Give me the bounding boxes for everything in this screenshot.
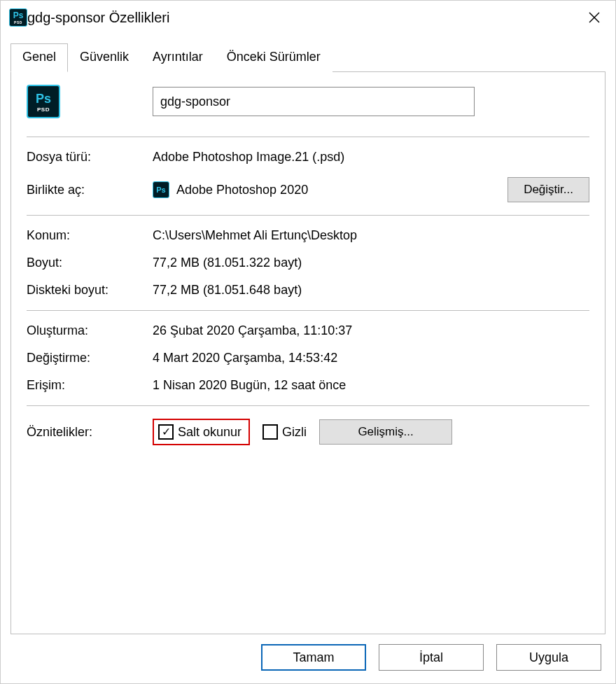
filename-row: PsPSD — [27, 85, 589, 118]
accessed-value: 1 Nisan 2020 Bugün, 12 saat önce — [153, 378, 589, 393]
tab-general[interactable]: Genel — [10, 43, 68, 72]
close-button[interactable] — [580, 4, 608, 32]
properties-dialog: PsPSD gdg-sponsor Özellikleri Genel Güve… — [0, 0, 616, 684]
readonly-checkbox[interactable]: ✓ — [158, 424, 174, 440]
created-label: Oluşturma: — [27, 323, 153, 338]
file-type-label: Dosya türü: — [27, 150, 153, 165]
window-title: gdg-sponsor Özellikleri — [27, 10, 580, 26]
readonly-checkbox-wrap[interactable]: ✓ Salt okunur — [153, 419, 250, 445]
hidden-label: Gizli — [282, 425, 307, 440]
size-label: Boyut: — [27, 256, 153, 270]
dialog-footer: Tamam İptal Uygula — [1, 634, 615, 683]
filename-input[interactable] — [153, 87, 475, 116]
opens-with-label: Birlikte aç: — [27, 183, 153, 197]
created-row: Oluşturma: 26 Şubat 2020 Çarşamba, 11:10… — [27, 323, 589, 338]
readonly-label: Salt okunur — [178, 425, 241, 440]
location-value: C:\Users\Mehmet Ali Ertunç\Desktop — [153, 228, 589, 243]
file-type-value: Adobe Photoshop Image.21 (.psd) — [153, 150, 589, 165]
modified-label: Değiştirme: — [27, 351, 153, 365]
separator — [27, 215, 589, 216]
tab-strip: Genel Güvenlik Ayrıntılar Önceki Sürümle… — [10, 43, 606, 72]
cancel-button[interactable]: İptal — [379, 644, 484, 671]
close-icon — [587, 11, 601, 25]
separator — [27, 310, 589, 311]
location-label: Konum: — [27, 228, 153, 243]
change-button[interactable]: Değiştir... — [507, 177, 589, 202]
opens-with-row: Birlikte aç: Ps Adobe Photoshop 2020 Değ… — [27, 177, 589, 202]
accessed-row: Erişim: 1 Nisan 2020 Bugün, 12 saat önce — [27, 378, 589, 393]
modified-row: Değiştirme: 4 Mart 2020 Çarşamba, 14:53:… — [27, 351, 589, 365]
ok-button[interactable]: Tamam — [261, 644, 366, 671]
size-on-disk-label: Diskteki boyut: — [27, 283, 153, 298]
size-on-disk-value: 77,2 MB (81.051.648 bayt) — [153, 283, 589, 298]
hidden-checkbox-wrap[interactable]: Gizli — [262, 424, 307, 440]
location-row: Konum: C:\Users\Mehmet Ali Ertunç\Deskto… — [27, 228, 589, 243]
psd-large-icon: PsPSD — [27, 85, 60, 118]
advanced-button[interactable]: Gelişmiş... — [319, 419, 452, 445]
separator — [27, 137, 589, 137]
modified-value: 4 Mart 2020 Çarşamba, 14:53:42 — [153, 351, 589, 365]
hidden-checkbox[interactable] — [262, 424, 278, 440]
tab-general-content: PsPSD Dosya türü: Adobe Photoshop Image.… — [10, 72, 606, 634]
separator — [27, 405, 589, 406]
created-value: 26 Şubat 2020 Çarşamba, 11:10:37 — [153, 323, 589, 338]
tab-area: Genel Güvenlik Ayrıntılar Önceki Sürümle… — [1, 34, 615, 634]
photoshop-app-icon: Ps — [153, 181, 169, 198]
attributes-label: Öznitelikler: — [27, 425, 153, 440]
tab-security[interactable]: Güvenlik — [68, 43, 141, 72]
tab-previous-versions[interactable]: Önceki Sürümler — [215, 43, 332, 72]
accessed-label: Erişim: — [27, 378, 153, 393]
size-value: 77,2 MB (81.051.322 bayt) — [153, 256, 589, 270]
tab-details[interactable]: Ayrıntılar — [141, 43, 215, 72]
attributes-row: Öznitelikler: ✓ Salt okunur Gizli Gelişm… — [27, 419, 589, 445]
size-row: Boyut: 77,2 MB (81.051.322 bayt) — [27, 256, 589, 270]
titlebar: PsPSD gdg-sponsor Özellikleri — [1, 1, 615, 34]
apply-button[interactable]: Uygula — [496, 644, 601, 671]
psd-file-icon: PsPSD — [9, 8, 27, 27]
file-type-row: Dosya türü: Adobe Photoshop Image.21 (.p… — [27, 150, 589, 165]
opens-with-value: Adobe Photoshop 2020 — [176, 183, 500, 197]
size-on-disk-row: Diskteki boyut: 77,2 MB (81.051.648 bayt… — [27, 283, 589, 298]
